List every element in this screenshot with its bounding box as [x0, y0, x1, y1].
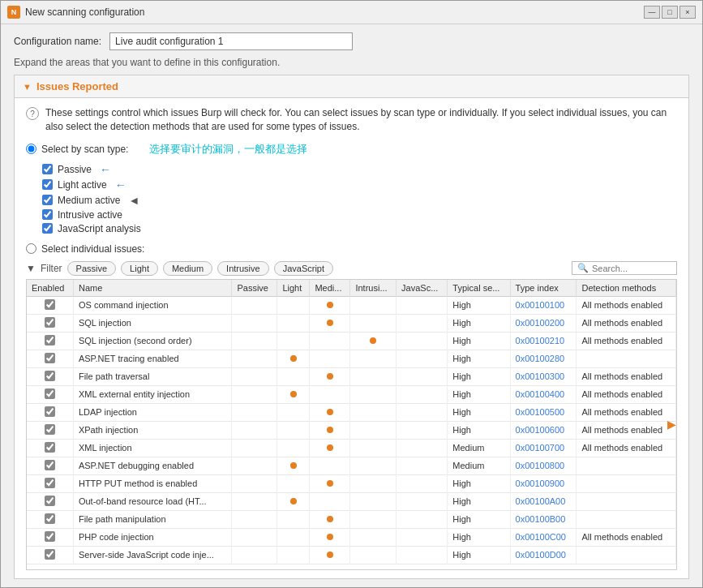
- cell-intrusive: [350, 492, 397, 510]
- issues-table-container[interactable]: Enabled Name Passive Light Medi... Intru…: [26, 279, 677, 570]
- table-row[interactable]: LDAP injectionHigh0x00100500All methods …: [27, 403, 676, 421]
- row-enabled-checkbox[interactable]: [45, 442, 55, 453]
- cell-enabled[interactable]: [27, 546, 73, 564]
- cell-light: [277, 439, 310, 457]
- cell-intrusive: [350, 474, 397, 492]
- table-row[interactable]: ASP.NET debugging enabledMedium0x0010080…: [27, 457, 676, 474]
- row-enabled-checkbox[interactable]: [45, 496, 55, 506]
- table-row[interactable]: HTTP PUT method is enabledHigh0x00100900: [27, 474, 676, 492]
- config-name-label: Configuration name:: [14, 36, 101, 47]
- table-row[interactable]: XML external entity injectionHigh0x00100…: [27, 385, 676, 403]
- passive-checkbox[interactable]: [42, 164, 53, 174]
- row-enabled-checkbox[interactable]: [45, 478, 55, 488]
- minimize-button[interactable]: —: [644, 6, 660, 19]
- row-enabled-checkbox[interactable]: [45, 353, 55, 363]
- cell-enabled[interactable]: [27, 350, 73, 367]
- collapse-button[interactable]: ▼: [23, 82, 32, 92]
- cell-passive: [232, 457, 277, 474]
- cell-typical: High: [448, 385, 510, 403]
- filter-medium-button[interactable]: Medium: [163, 261, 212, 276]
- cell-enabled[interactable]: [27, 492, 73, 510]
- cell-enabled[interactable]: [27, 296, 73, 314]
- light-active-checkbox[interactable]: [42, 179, 53, 190]
- cell-enabled[interactable]: [27, 367, 73, 385]
- row-enabled-checkbox[interactable]: [45, 549, 55, 560]
- restore-button[interactable]: □: [662, 6, 678, 19]
- cell-enabled[interactable]: [27, 510, 73, 528]
- table-row[interactable]: ASP.NET tracing enabledHigh0x00100280: [27, 350, 676, 367]
- cell-name: File path traversal: [73, 367, 231, 385]
- cell-type-index: 0x00100C00: [510, 528, 577, 546]
- cell-passive: [232, 367, 277, 385]
- cell-passive: [232, 546, 277, 564]
- title-bar: N New scanning configuration — □ ×: [1, 1, 702, 24]
- close-button[interactable]: ×: [679, 6, 696, 19]
- javascript-analysis-checkbox[interactable]: [42, 223, 53, 234]
- cell-light: [277, 546, 310, 564]
- table-row[interactable]: Server-side JavaScript code inje...High0…: [27, 546, 676, 564]
- select-individual-section: Select individual issues:: [26, 243, 677, 255]
- cell-intrusive: [350, 367, 397, 385]
- medium-active-checkbox[interactable]: [42, 195, 53, 205]
- cell-name: PHP code injection: [73, 528, 231, 546]
- cell-javascript: [397, 332, 448, 350]
- row-enabled-checkbox[interactable]: [45, 388, 55, 399]
- cell-detection: All methods enabled: [577, 385, 676, 403]
- cell-enabled[interactable]: [27, 457, 73, 474]
- table-row[interactable]: SQL injection (second order)High0x001002…: [27, 332, 676, 350]
- cell-typical: Medium: [448, 439, 510, 457]
- search-input[interactable]: [592, 264, 671, 273]
- info-row: ? These settings control which issues Bu…: [26, 106, 677, 134]
- row-enabled-checkbox[interactable]: [45, 424, 55, 435]
- cell-enabled[interactable]: [27, 332, 73, 350]
- cell-passive: [232, 492, 277, 510]
- row-enabled-checkbox[interactable]: [45, 317, 55, 328]
- cell-enabled[interactable]: [27, 403, 73, 421]
- cell-intrusive: [350, 439, 397, 457]
- col-typical: Typical se...: [448, 280, 510, 297]
- intrusive-active-checkbox[interactable]: [42, 209, 53, 220]
- cell-name: XML external entity injection: [73, 385, 231, 403]
- filter-light-button[interactable]: Light: [121, 261, 158, 276]
- cell-light: [277, 296, 310, 314]
- row-enabled-checkbox[interactable]: [45, 371, 55, 381]
- table-row[interactable]: File path manipulationHigh0x00100B00: [27, 510, 676, 528]
- table-row[interactable]: XPath injectionHigh0x00100600All methods…: [27, 421, 676, 439]
- filter-javascript-button[interactable]: JavaScript: [274, 261, 333, 276]
- cell-type-index: 0x00100200: [510, 314, 577, 332]
- table-row[interactable]: SQL injectionHigh0x00100200All methods e…: [27, 314, 676, 332]
- cell-javascript: [397, 528, 448, 546]
- cell-light: [277, 350, 310, 367]
- table-row[interactable]: File path traversalHigh0x00100300All met…: [27, 367, 676, 385]
- row-enabled-checkbox[interactable]: [45, 406, 55, 417]
- cell-detection: All methods enabled: [577, 421, 676, 439]
- table-row[interactable]: OS command injectionHigh0x00100100All me…: [27, 296, 676, 314]
- filter-intrusive-button[interactable]: Intrusive: [217, 261, 269, 276]
- table-row[interactable]: Out-of-band resource load (HT...High0x00…: [27, 492, 676, 510]
- filter-passive-button[interactable]: Passive: [67, 261, 117, 276]
- table-row[interactable]: XML injectionMedium0x00100700All methods…: [27, 439, 676, 457]
- scan-type-radio[interactable]: [26, 144, 36, 154]
- cell-light: [277, 385, 310, 403]
- row-enabled-checkbox[interactable]: [45, 335, 55, 346]
- col-detection: Detection methods: [577, 280, 676, 297]
- cell-javascript: [397, 367, 448, 385]
- cell-enabled[interactable]: [27, 474, 73, 492]
- row-enabled-checkbox[interactable]: [45, 299, 55, 310]
- config-name-input[interactable]: [109, 32, 353, 50]
- cell-type-index: 0x00100100: [510, 296, 577, 314]
- row-enabled-checkbox[interactable]: [45, 513, 55, 524]
- cell-enabled[interactable]: [27, 528, 73, 546]
- expand-hint: Expand the areas that you want to define…: [14, 57, 689, 68]
- row-enabled-checkbox[interactable]: [45, 460, 55, 470]
- cell-medium: [310, 439, 350, 457]
- filter-icon: ▼: [26, 263, 36, 274]
- individual-radio[interactable]: [26, 243, 36, 254]
- cell-enabled[interactable]: [27, 439, 73, 457]
- table-row[interactable]: PHP code injectionHigh0x00100C00All meth…: [27, 528, 676, 546]
- cell-enabled[interactable]: [27, 385, 73, 403]
- cell-enabled[interactable]: [27, 314, 73, 332]
- row-enabled-checkbox[interactable]: [45, 531, 55, 542]
- cell-typical: High: [448, 528, 510, 546]
- cell-enabled[interactable]: [27, 421, 73, 439]
